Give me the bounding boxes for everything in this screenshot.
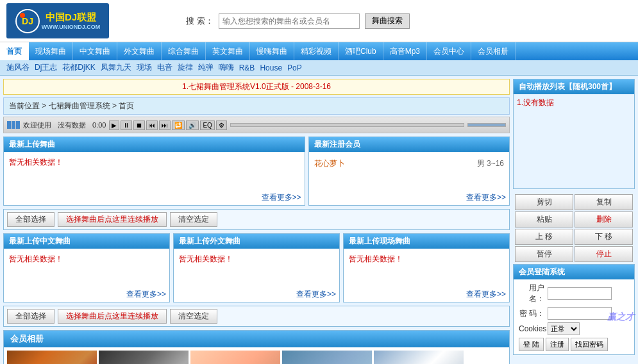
latest-upload-header: 最新上传舞曲 [4, 137, 305, 152]
find-pwd-btn[interactable]: 找回密码 [571, 338, 608, 351]
latest-upload-section: 最新上传舞曲 暂无相关数据！ 查看更多>> [3, 136, 305, 206]
auto-playlist-no-data: 1.没有数据 [514, 94, 634, 112]
latest-scene-section: 最新上传现场舞曲 暂无相关数据！ 查看更多>> [343, 233, 510, 302]
sub-nav-dianyin[interactable]: 电音 [157, 62, 172, 73]
cookies-select[interactable]: 不存 找存 正常 [548, 322, 580, 335]
username-input[interactable] [548, 287, 612, 300]
select-all-btn-1[interactable]: 全部选择 [7, 212, 55, 227]
next-btn[interactable]: ⏭ [159, 120, 171, 130]
pause-btn[interactable]: ⏸ [121, 120, 132, 130]
pause-ctrl-btn[interactable]: 暂停 [515, 246, 573, 262]
nav-item-foreign[interactable]: 外文舞曲 [117, 42, 162, 60]
latest-foreign-body: 暂无相关数据！ [174, 249, 339, 287]
latest-scene-see-more[interactable]: 查看更多>> [344, 287, 509, 302]
nav-item-cn[interactable]: 中文舞曲 [73, 42, 117, 60]
latest-member-header: 最新注册会员 [309, 137, 509, 152]
select-play-btn-1[interactable]: 选择舞曲后点这里连续播放 [58, 212, 167, 227]
play-btn[interactable]: ▶ [109, 120, 119, 130]
header: DJ 中国DJ联盟 WWW.UNIONDJ.COM 搜 索： 舞曲搜索 [0, 0, 638, 42]
album-photo-4[interactable] [282, 351, 372, 364]
top-sections-row: 最新上传舞曲 暂无相关数据！ 查看更多>> 最新注册会员 花心萝卜 男 3~16… [3, 136, 510, 206]
nav-item-home[interactable]: 首页 [0, 42, 29, 60]
player-indicator [7, 121, 20, 129]
nav-item-scene[interactable]: 现场舞曲 [29, 42, 73, 60]
nav-item-slow[interactable]: 慢嗨舞曲 [250, 42, 294, 60]
latest-scene-header: 最新上传现场舞曲 [344, 234, 509, 249]
sub-nav-rb[interactable]: R&B [239, 63, 255, 72]
search-area: 搜 索： 舞曲搜索 [186, 13, 410, 29]
player-dot1 [7, 121, 11, 129]
album-photo-5[interactable] [374, 351, 464, 364]
latest-member-see-more[interactable]: 查看更多>> [309, 190, 509, 205]
album-photos [4, 347, 509, 364]
latest-cn-section: 最新上传中文舞曲 暂无相关数据！ 查看更多>> [3, 233, 170, 302]
nav-item-en[interactable]: 英文舞曲 [206, 42, 250, 60]
latest-foreign-see-more[interactable]: 查看更多>> [174, 287, 339, 302]
logo-text: 中国DJ联盟 [42, 12, 101, 24]
nav-item-club[interactable]: 酒吧Club [339, 42, 383, 60]
player-dot3 [16, 121, 20, 129]
sub-nav-house[interactable]: House [260, 63, 282, 72]
sub-nav-hddkk[interactable]: 花都DjKK [62, 62, 95, 73]
clip-btn[interactable]: 剪切 [515, 194, 573, 210]
album-photo-3[interactable] [190, 351, 280, 364]
nav-item-video[interactable]: 精彩视频 [294, 42, 339, 60]
latest-upload-no-data: 暂无相关数据！ [9, 157, 299, 168]
search-input[interactable] [219, 13, 360, 29]
select-all-btn-2[interactable]: 全部选择 [7, 309, 55, 324]
password-input[interactable] [548, 307, 612, 320]
sub-nav-haihai[interactable]: 嗨嗨 [219, 62, 234, 73]
right-panel: 自动播放列表【随机300首】 1.没有数据 剪切 复制 粘贴 删除 上 移 下 … [513, 79, 635, 364]
auto-playlist-section: 自动播放列表【随机300首】 1.没有数据 [513, 79, 635, 189]
opt-btn[interactable]: ⚙ [216, 120, 227, 130]
sub-nav-shfg[interactable]: 施风谷 [6, 62, 29, 73]
password-row: 密 码： 赢之才 [519, 307, 629, 320]
latest-upload-see-more[interactable]: 查看更多>> [4, 190, 305, 205]
eq-btn[interactable]: EQ [200, 120, 214, 130]
nav-item-mp3[interactable]: 高音Mp3 [383, 42, 427, 60]
latest-cn-see-more[interactable]: 查看更多>> [4, 287, 169, 302]
nav-item-mixed[interactable]: 综合舞曲 [162, 42, 206, 60]
move-up-btn[interactable]: 上 移 [515, 229, 573, 245]
sub-nav-xuanlu[interactable]: 旋律 [178, 62, 193, 73]
nav-item-member-album[interactable]: 会员相册 [471, 42, 516, 60]
sub-nav-pop[interactable]: PoP [287, 63, 302, 72]
prev-btn[interactable]: ⏮ [146, 120, 158, 130]
vol-btn[interactable]: 🔊 [186, 120, 199, 130]
nav-bar: 首页 现场舞曲 中文舞曲 外文舞曲 综合舞曲 英文舞曲 慢嗨舞曲 精彩视频 酒吧… [0, 42, 638, 60]
album-section: 会员相册 [3, 330, 510, 364]
search-button[interactable]: 舞曲搜索 [365, 13, 410, 29]
announce-bar: 1.七裙舞曲管理系统V1.0正式版 - 2008-3-16 [3, 79, 510, 95]
paste-btn[interactable]: 粘贴 [515, 211, 573, 228]
album-photo-2[interactable] [99, 351, 189, 364]
three-sections-row: 最新上传中文舞曲 暂无相关数据！ 查看更多>> 最新上传外文舞曲 暂无相关数据！… [3, 233, 510, 302]
login-section: 会员登陆系统 用户名： 密 码： 赢之才 Cookies： 不存 [513, 264, 635, 355]
rpt-btn[interactable]: 🔁 [172, 120, 185, 130]
latest-foreign-no-data: 暂无相关数据！ [179, 254, 334, 265]
sub-nav-fwjt[interactable]: 凤舞九天 [101, 62, 131, 73]
move-down-btn[interactable]: 下 移 [575, 229, 633, 245]
select-play-btn-2[interactable]: 选择舞曲后点这里连续播放 [58, 309, 167, 324]
register-btn[interactable]: 注册 [546, 338, 569, 351]
sub-nav: 施风谷 Dj王志 花都DjKK 凤舞九天 现场 电音 旋律 纯弹 嗨嗨 R&B … [0, 60, 638, 76]
copy-btn[interactable]: 复制 [575, 194, 633, 210]
sub-nav-scene[interactable]: 现场 [137, 62, 152, 73]
stop-ctrl-btn[interactable]: 停止 [575, 246, 633, 262]
member-name: 花心萝卜 [314, 158, 345, 169]
album-photo-1[interactable] [7, 351, 97, 364]
action-bar-1: 全部选择 选择舞曲后点这里连续播放 清空选定 [3, 209, 510, 230]
clear-btn-2[interactable]: 清空选定 [170, 309, 217, 324]
clear-btn-1[interactable]: 清空选定 [170, 212, 217, 227]
delete-btn[interactable]: 删除 [575, 211, 633, 228]
latest-cn-no-data: 暂无相关数据！ [9, 254, 164, 265]
nav-item-member-center[interactable]: 会员中心 [427, 42, 471, 60]
sub-nav-djwz[interactable]: Dj王志 [35, 62, 57, 73]
player-volume[interactable] [467, 123, 506, 127]
latest-cn-body: 暂无相关数据！ [4, 249, 169, 287]
action-bar-2: 全部选择 选择舞曲后点这里连续播放 清空选定 [3, 306, 510, 327]
login-btn[interactable]: 登 陆 [519, 338, 544, 351]
player-progress[interactable] [230, 123, 464, 127]
sub-nav-chuntanr[interactable]: 纯弹 [198, 62, 214, 73]
member-info: 男 3~16 [477, 158, 504, 169]
stop-btn[interactable]: ⏹ [133, 120, 145, 130]
